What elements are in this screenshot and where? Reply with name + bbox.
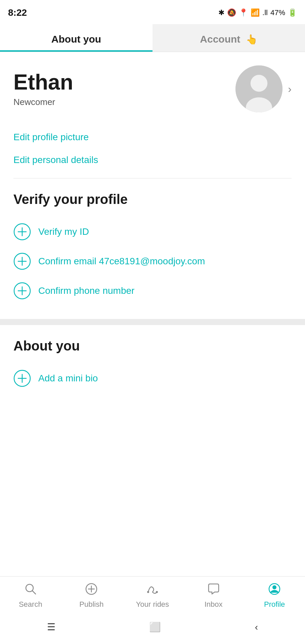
nav-inbox[interactable]: Inbox bbox=[197, 583, 230, 609]
confirm-phone-label: Confirm phone number bbox=[38, 285, 134, 297]
nav-inbox-label: Inbox bbox=[205, 600, 223, 609]
inbox-icon bbox=[207, 583, 220, 597]
status-icons: ✱ 🔕 📍 📶 .ll 47% 🔋 bbox=[218, 8, 297, 17]
profile-avatar-area[interactable]: › bbox=[235, 65, 292, 112]
nav-profile-label: Profile bbox=[264, 600, 285, 609]
android-menu-button[interactable]: ☰ bbox=[37, 618, 66, 636]
main-content: Ethan Newcomer › Edit profile picture Ed… bbox=[0, 52, 305, 393]
svg-point-23 bbox=[272, 585, 276, 589]
tab-account[interactable]: Account 👆 bbox=[152, 24, 305, 52]
publish-icon bbox=[85, 583, 98, 597]
cursor-icon: 👆 bbox=[246, 34, 258, 45]
nav-search[interactable]: Search bbox=[14, 583, 47, 609]
plus-circle-icon bbox=[13, 223, 31, 240]
bluetooth-icon: ✱ bbox=[218, 8, 224, 17]
avatar[interactable] bbox=[235, 65, 282, 112]
android-nav-bar: ☰ ⬜ ‹ bbox=[0, 612, 305, 644]
profile-nav-icon bbox=[268, 583, 281, 597]
nav-your-rides[interactable]: Your rides bbox=[136, 583, 169, 609]
android-back-button[interactable]: ‹ bbox=[245, 619, 268, 636]
profile-info: Ethan Newcomer bbox=[13, 70, 235, 107]
edit-personal-details-link[interactable]: Edit personal details bbox=[13, 149, 292, 171]
verify-id-item[interactable]: Verify my ID bbox=[13, 217, 292, 247]
your-rides-icon bbox=[145, 583, 160, 597]
add-bio-item[interactable]: Add a mini bio bbox=[13, 364, 292, 393]
nav-your-rides-label: Your rides bbox=[136, 600, 169, 609]
tab-about-you[interactable]: About you bbox=[0, 24, 152, 52]
wifi-icon: 📶 bbox=[251, 8, 260, 17]
location-icon: 📍 bbox=[239, 8, 248, 17]
profile-name: Ethan bbox=[13, 70, 235, 94]
plus-circle-icon-3 bbox=[13, 282, 31, 300]
svg-point-21 bbox=[156, 591, 158, 593]
nav-items: Search Publish Your rides bbox=[0, 577, 305, 612]
confirm-email-label: Confirm email 47ce8191@moodjoy.com bbox=[38, 255, 205, 267]
silent-icon: 🔕 bbox=[227, 8, 236, 17]
edit-profile-picture-link[interactable]: Edit profile picture bbox=[13, 126, 292, 149]
nav-profile[interactable]: Profile bbox=[258, 583, 291, 609]
about-section: About you Add a mini bio bbox=[13, 325, 292, 393]
verify-section-title: Verify your profile bbox=[13, 192, 292, 207]
plus-circle-icon-2 bbox=[13, 253, 31, 270]
battery-percent: 47% bbox=[270, 8, 285, 17]
add-bio-label: Add a mini bio bbox=[38, 372, 98, 384]
profile-header: Ethan Newcomer › bbox=[13, 65, 292, 112]
confirm-phone-item[interactable]: Confirm phone number bbox=[13, 276, 292, 306]
status-bar: 8:22 ✱ 🔕 📍 📶 .ll 47% 🔋 bbox=[0, 0, 305, 24]
about-section-title: About you bbox=[13, 338, 292, 354]
plus-circle-icon-4 bbox=[13, 370, 31, 387]
verify-id-label: Verify my ID bbox=[38, 226, 89, 238]
svg-point-20 bbox=[147, 591, 149, 593]
section-divider bbox=[13, 178, 292, 178]
avatar-svg bbox=[235, 65, 282, 112]
bottom-nav: Search Publish Your rides bbox=[0, 576, 305, 644]
nav-publish[interactable]: Publish bbox=[75, 583, 108, 609]
confirm-email-item[interactable]: Confirm email 47ce8191@moodjoy.com bbox=[13, 247, 292, 276]
android-home-button[interactable]: ⬜ bbox=[139, 618, 171, 636]
top-tabs: About you Account 👆 bbox=[0, 24, 305, 52]
chevron-right-icon: › bbox=[288, 83, 292, 95]
gray-separator bbox=[0, 319, 305, 325]
status-time: 8:22 bbox=[8, 7, 27, 18]
search-icon bbox=[24, 583, 37, 597]
signal-icon: .ll bbox=[262, 8, 268, 17]
nav-publish-label: Publish bbox=[79, 600, 103, 609]
nav-search-label: Search bbox=[19, 600, 42, 609]
svg-point-1 bbox=[251, 75, 267, 92]
battery-icon: 🔋 bbox=[288, 8, 297, 17]
svg-line-16 bbox=[32, 591, 36, 594]
profile-badge: Newcomer bbox=[13, 97, 235, 107]
